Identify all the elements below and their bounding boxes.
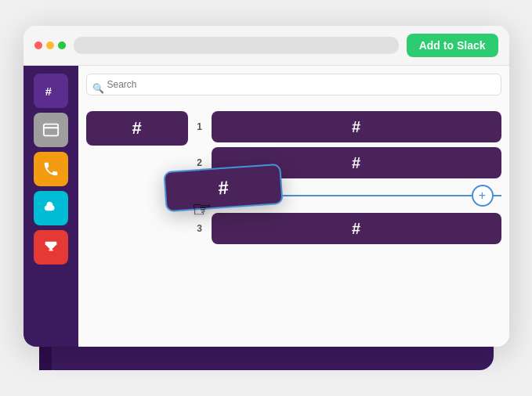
drag-card-icon: # bbox=[217, 177, 229, 200]
row-number-1: 1 bbox=[194, 121, 205, 132]
browser-window: Add to Slack # bbox=[24, 26, 509, 347]
sidebar-item-browser[interactable] bbox=[34, 113, 68, 147]
left-slack-button-1[interactable]: # bbox=[86, 111, 188, 146]
main-content: 🔍 # 1 bbox=[78, 66, 509, 347]
search-icon: 🔍 bbox=[92, 83, 104, 94]
row-number-3: 3 bbox=[194, 223, 205, 234]
search-wrapper: 🔍 bbox=[86, 74, 501, 103]
app-layout: # bbox=[24, 66, 509, 347]
maximize-window-button[interactable] bbox=[58, 41, 66, 49]
slack-hash-icon: # bbox=[132, 118, 141, 139]
drag-card[interactable]: # bbox=[163, 164, 283, 212]
sidebar-item-slack[interactable]: # bbox=[34, 74, 68, 108]
search-input[interactable] bbox=[86, 74, 501, 95]
svg-rect-1 bbox=[43, 124, 57, 136]
svg-rect-3 bbox=[49, 250, 53, 251]
sidebar-item-notifications[interactable] bbox=[34, 230, 68, 265]
row-1: 1 # bbox=[194, 111, 501, 142]
browser-chrome: Add to Slack bbox=[24, 26, 509, 66]
integration-button-1[interactable]: # bbox=[212, 111, 501, 142]
add-to-slack-button[interactable]: Add to Slack bbox=[407, 34, 498, 57]
add-step-button[interactable]: + bbox=[472, 185, 494, 207]
svg-text:#: # bbox=[45, 85, 51, 98]
window-controls bbox=[34, 41, 66, 49]
minimize-window-button[interactable] bbox=[46, 41, 54, 49]
address-bar[interactable] bbox=[74, 37, 399, 54]
content-area: # 1 # 2 bbox=[86, 111, 501, 244]
close-window-button[interactable] bbox=[34, 41, 42, 49]
row-3: 3 # bbox=[194, 213, 501, 244]
integration-button-3[interactable]: # bbox=[212, 213, 501, 244]
drag-cursor: ☞ bbox=[192, 196, 212, 222]
row-number-2: 2 bbox=[194, 157, 205, 168]
sidebar-item-salesforce[interactable] bbox=[34, 191, 68, 225]
sidebar-item-phone[interactable] bbox=[34, 152, 68, 186]
sidebar: # bbox=[24, 66, 78, 347]
slack-icon-3: # bbox=[352, 220, 360, 238]
slack-icon-1: # bbox=[352, 118, 360, 136]
slack-icon-2: # bbox=[352, 154, 360, 172]
outer-container: Add to Slack # bbox=[24, 26, 509, 370]
